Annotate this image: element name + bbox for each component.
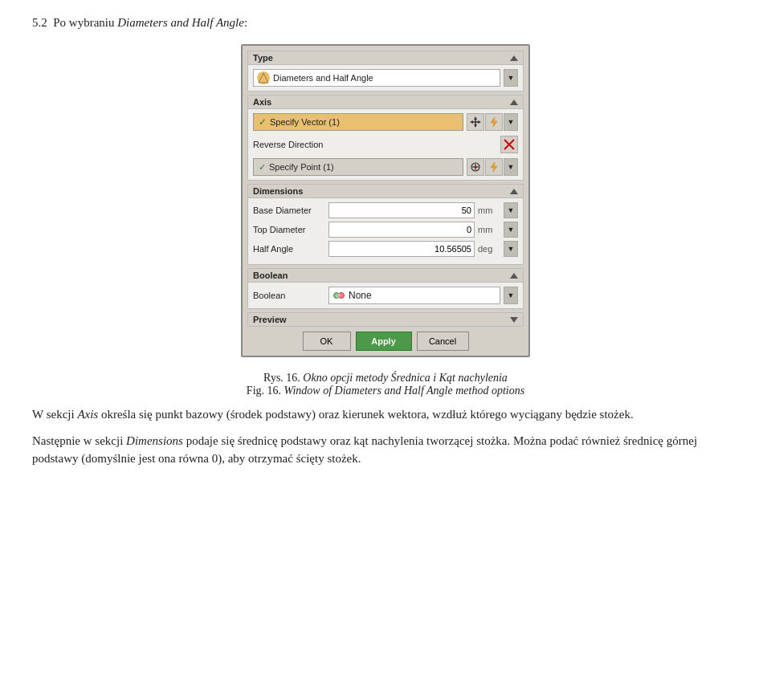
- section-heading: 5.2 Po wybraniu Diameters and Half Angle…: [32, 16, 739, 30]
- base-diameter-dropdown[interactable]: ▼: [504, 202, 518, 218]
- type-section: Type Diameters and Half Angle ▼: [247, 51, 524, 92]
- boolean-section-label: Boolean: [253, 271, 288, 280]
- top-diameter-unit: mm: [478, 225, 500, 234]
- svg-marker-14: [491, 162, 497, 172]
- svg-point-13: [475, 166, 477, 169]
- boolean-section-header[interactable]: Boolean: [248, 269, 523, 282]
- specify-point-row: ✓ Specify Point (1): [253, 158, 518, 176]
- ok-button[interactable]: OK: [303, 332, 351, 351]
- point-plus-icon[interactable]: [467, 158, 484, 176]
- base-diameter-row: Base Diameter mm ▼: [253, 202, 518, 218]
- specify-vector-btn[interactable]: ✓ Specify Vector (1): [253, 113, 463, 131]
- boolean-section-content: Boolean ↺ None ▼: [248, 282, 523, 308]
- boolean-dropdown[interactable]: ↺ None: [328, 287, 500, 304]
- body-paragraph-1: W sekcji Axis określa się punkt bazowy (…: [32, 405, 739, 424]
- axis-section: Axis ✓ Specify Vector (1): [247, 95, 524, 181]
- half-angle-label: Half Angle: [253, 244, 325, 254]
- caption-rys: Rys. 16.: [263, 372, 300, 384]
- top-diameter-row: Top Diameter mm ▼: [253, 222, 518, 238]
- caption-polish: Okno opcji metody Średnica i Kąt nachyle…: [303, 372, 508, 384]
- boolean-section: Boolean Boolean ↺ None: [247, 268, 524, 309]
- svg-marker-3: [474, 116, 477, 120]
- specify-point-label: Specify Point (1): [269, 162, 334, 172]
- preview-section-label: Preview: [253, 315, 287, 324]
- type-collapse-icon: [510, 55, 518, 61]
- specify-vector-checkmark: ✓: [259, 116, 267, 128]
- type-dropdown-text: Diameters and Half Angle: [273, 73, 496, 83]
- half-angle-row: Half Angle deg ▼: [253, 241, 518, 257]
- section-number: 5.2: [32, 16, 47, 29]
- type-dropdown[interactable]: Diameters and Half Angle: [253, 69, 500, 87]
- svg-marker-7: [491, 117, 497, 127]
- boolean-dropdown-arrow[interactable]: ▼: [504, 287, 518, 304]
- axis-section-header[interactable]: Axis: [248, 96, 523, 108]
- axis-collapse-icon: [510, 100, 518, 105]
- dimensions-section-label: Dimensions: [253, 186, 303, 196]
- reverse-direction-row: Reverse Direction: [253, 134, 518, 155]
- half-angle-input[interactable]: [328, 241, 475, 257]
- half-angle-unit: deg: [478, 244, 500, 254]
- point-dropdown-arrow[interactable]: ▼: [504, 158, 518, 176]
- boolean-row-label: Boolean: [253, 291, 325, 300]
- base-diameter-input[interactable]: [328, 202, 475, 218]
- svg-marker-6: [478, 120, 481, 124]
- dialog-box: Type Diameters and Half Angle ▼: [241, 44, 530, 357]
- type-section-header[interactable]: Type: [248, 51, 523, 64]
- dialog-buttons: OK Apply Cancel: [247, 332, 524, 351]
- preview-section: Preview: [247, 312, 524, 327]
- base-diameter-unit: mm: [478, 206, 500, 215]
- svg-marker-4: [474, 124, 477, 128]
- boolean-collapse-icon: [510, 273, 518, 279]
- preview-section-header[interactable]: Preview: [248, 313, 523, 326]
- boolean-value: None: [349, 290, 372, 301]
- vector-dropdown-arrow[interactable]: ▼: [504, 113, 518, 131]
- point-lightning-icon[interactable]: [485, 158, 503, 176]
- half-angle-dropdown[interactable]: ▼: [504, 241, 518, 257]
- specify-point-checkmark: ✓: [259, 162, 266, 173]
- specify-vector-icons: ▼: [467, 113, 518, 131]
- axis-section-label: Axis: [253, 97, 271, 107]
- vector-lightning-icon[interactable]: [485, 113, 503, 131]
- specify-vector-row: ✓ Specify Vector (1): [253, 113, 518, 131]
- boolean-icon: ↺: [332, 289, 345, 302]
- body-paragraph-2: Następnie w sekcji Dimensions podaje się…: [32, 432, 739, 468]
- base-diameter-label: Base Diameter: [253, 206, 325, 215]
- boolean-row: Boolean ↺ None ▼: [253, 287, 518, 304]
- specify-point-btn[interactable]: ✓ Specify Point (1): [253, 158, 463, 176]
- top-diameter-input[interactable]: [328, 222, 475, 238]
- vector-move-icon[interactable]: [467, 113, 484, 131]
- reverse-direction-btn[interactable]: [500, 136, 518, 153]
- type-row: Diameters and Half Angle ▼: [253, 69, 518, 87]
- top-diameter-label: Top Diameter: [253, 225, 325, 234]
- top-diameter-dropdown[interactable]: ▼: [504, 222, 518, 238]
- figure-caption: Rys. 16. Okno opcji metody Średnica i Ką…: [32, 372, 739, 397]
- type-dropdown-icon: [257, 71, 270, 84]
- type-section-content: Diameters and Half Angle ▼: [248, 64, 523, 91]
- type-section-label: Type: [253, 53, 273, 63]
- dialog-wrapper: Type Diameters and Half Angle ▼: [32, 44, 739, 357]
- dimensions-collapse-icon: [510, 189, 518, 194]
- type-dropdown-arrow[interactable]: ▼: [504, 69, 518, 87]
- svg-text:↺: ↺: [336, 293, 341, 299]
- specify-point-icons: ▼: [467, 158, 518, 176]
- svg-marker-5: [470, 120, 473, 124]
- preview-collapse-icon: [510, 317, 518, 323]
- caption-fig: Fig. 16.: [247, 385, 281, 397]
- dimensions-section: Dimensions Base Diameter mm ▼ Top Diamet…: [247, 184, 524, 265]
- dimensions-section-content: Base Diameter mm ▼ Top Diameter mm ▼ Hal…: [248, 197, 523, 264]
- reverse-direction-label: Reverse Direction: [253, 140, 323, 149]
- specify-vector-label: Specify Vector (1): [270, 117, 340, 127]
- cancel-button[interactable]: Cancel: [417, 332, 469, 351]
- apply-button[interactable]: Apply: [356, 332, 412, 351]
- caption-english: Window of Diameters and Half Angle metho…: [284, 385, 525, 397]
- dimensions-section-header[interactable]: Dimensions: [248, 185, 523, 197]
- axis-section-content: ✓ Specify Vector (1): [248, 108, 523, 180]
- svg-marker-0: [259, 73, 268, 83]
